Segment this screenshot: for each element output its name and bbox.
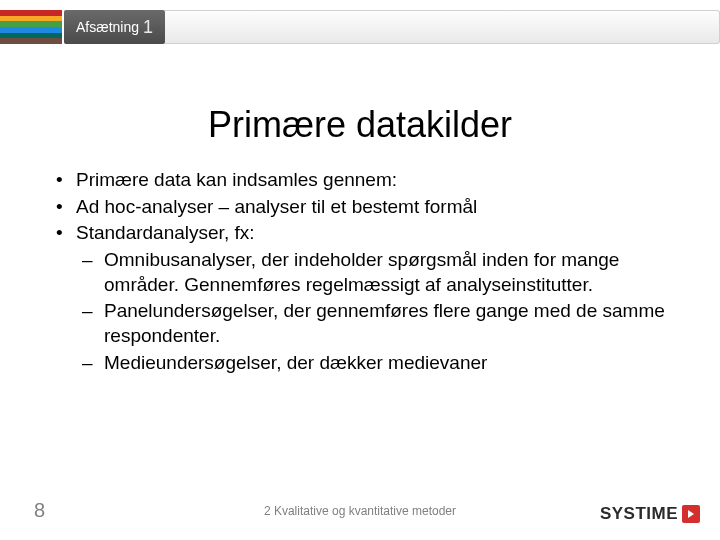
brand-stripes-icon (0, 10, 62, 44)
bullet-text: Primære data kan indsamles gennem: (76, 169, 397, 190)
header-bar: Afsætning 1 (0, 10, 720, 44)
sub-bullet-text: Panelundersøgelser, der gennemføres fler… (104, 300, 665, 346)
publisher-logo: SYSTIME (600, 504, 700, 524)
chapter-number: 1 (143, 17, 153, 38)
chapter-label: Afsætning (76, 19, 139, 35)
sub-bullet-item: Medieundersøgelser, der dækker medievane… (76, 351, 686, 376)
bullet-item: Primære data kan indsamles gennem: (54, 168, 686, 193)
chapter-tab: Afsætning 1 (64, 10, 165, 44)
sub-bullet-text: Omnibusanalyser, der indeholder spørgsmå… (104, 249, 619, 295)
slide-content: Primære data kan indsamles gennem: Ad ho… (54, 168, 686, 378)
sub-bullet-text: Medieundersøgelser, der dækker medievane… (104, 352, 487, 373)
header-backdrop (165, 10, 720, 44)
logo-text: SYSTIME (600, 504, 678, 524)
bullet-item: Ad hoc-analyser – analyser til et bestem… (54, 195, 686, 220)
sub-bullet-item: Panelundersøgelser, der gennemføres fler… (76, 299, 686, 348)
bullet-text: Ad hoc-analyser – analyser til et bestem… (76, 196, 477, 217)
play-icon (682, 505, 700, 523)
slide: Afsætning 1 Primære datakilder Primære d… (0, 0, 720, 540)
bullet-text: Standardanalyser, fx: (76, 222, 255, 243)
slide-title: Primære datakilder (0, 104, 720, 146)
sub-bullet-item: Omnibusanalyser, der indeholder spørgsmå… (76, 248, 686, 297)
bullet-item: Standardanalyser, fx: Omnibusanalyser, d… (54, 221, 686, 375)
